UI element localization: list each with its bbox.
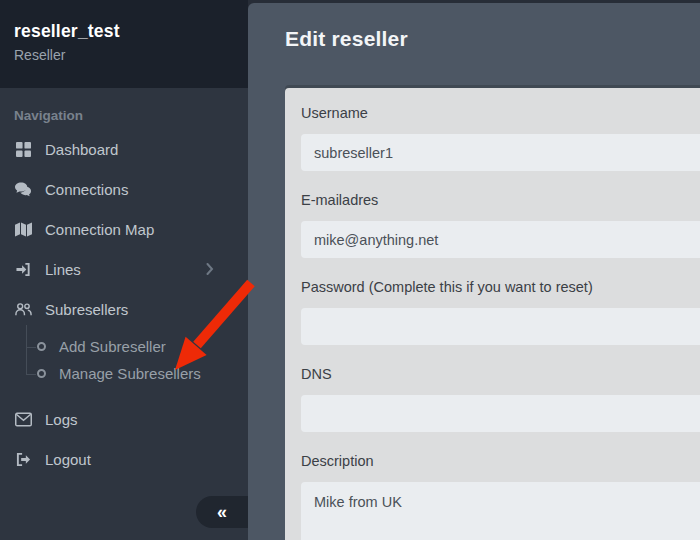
form-field-password: Password (Complete this if you want to r… [301,279,700,345]
profile-role: Reseller [14,47,234,63]
email-label: E-mailadres [301,192,700,208]
sidebar-item-label: Logout [45,451,91,468]
sidebar-subitem-add-subreseller[interactable]: Add Subreseller [26,333,248,360]
sidebar-item-lines[interactable]: Lines [0,249,248,289]
form-field-dns: DNS [301,366,700,432]
sidebar-item-subresellers[interactable]: Subresellers [0,289,248,329]
sidebar-item-label: Connections [45,181,128,198]
form-field-username: Username [301,105,700,171]
sign-in-icon [14,261,33,278]
sidebar-item-label: Lines [45,261,81,278]
profile-username: reseller_test [14,21,234,42]
sidebar-subitem-manage-subresellers[interactable]: Manage Subresellers [26,360,248,387]
sidebar-item-label: Dashboard [45,141,118,158]
form-field-email: E-mailadres [301,192,700,258]
username-input[interactable] [301,134,700,171]
sidebar-item-label: Subresellers [45,301,128,318]
comments-icon [14,181,33,198]
sidebar-item-label: Logs [45,411,78,428]
map-icon [14,221,33,238]
sidebar-subitem-label: Add Subreseller [59,338,166,355]
email-input[interactable] [301,221,700,258]
sidebar-item-label: Connection Map [45,221,154,238]
sidebar-item-logout[interactable]: Logout [0,439,248,479]
dns-input[interactable] [301,395,700,432]
edit-reseller-form: Username E-mailadres Password (Complete … [285,88,700,540]
chevron-right-icon [206,263,214,275]
sidebar-item-connections[interactable]: Connections [0,169,248,209]
sidebar-collapse-button[interactable]: « [196,496,248,528]
circle-bullet-icon [37,342,46,351]
sidebar: reseller_test Reseller Navigation Dashbo… [0,0,248,540]
sidebar-item-dashboard[interactable]: Dashboard [0,129,248,169]
form-field-description: Description Mike from UK [301,453,700,540]
sidebar-item-logs[interactable]: Logs [0,399,248,439]
circle-bullet-icon [37,369,46,378]
envelope-icon [14,411,33,428]
page-title: Edit reseller [285,27,700,51]
sidebar-subitem-label: Manage Subresellers [59,365,201,382]
sign-out-icon [14,451,33,468]
description-label: Description [301,453,700,469]
main-content: Edit reseller Username E-mailadres Passw… [248,0,700,540]
dns-label: DNS [301,366,700,382]
users-icon [14,301,33,318]
sidebar-nav: Dashboard Connections Connection Map Lin… [0,129,248,479]
description-textarea[interactable]: Mike from UK [301,482,700,540]
sidebar-item-connection-map[interactable]: Connection Map [0,209,248,249]
content-panel: Edit reseller Username E-mailadres Passw… [248,3,700,540]
sidebar-profile: reseller_test Reseller [0,0,248,88]
nav-section-header: Navigation [14,108,248,123]
password-label: Password (Complete this if you want to r… [301,279,700,295]
dashboard-grid-icon [14,141,33,158]
username-label: Username [301,105,700,121]
subresellers-submenu: Add Subreseller Manage Subresellers [26,333,248,387]
password-input[interactable] [301,308,700,345]
